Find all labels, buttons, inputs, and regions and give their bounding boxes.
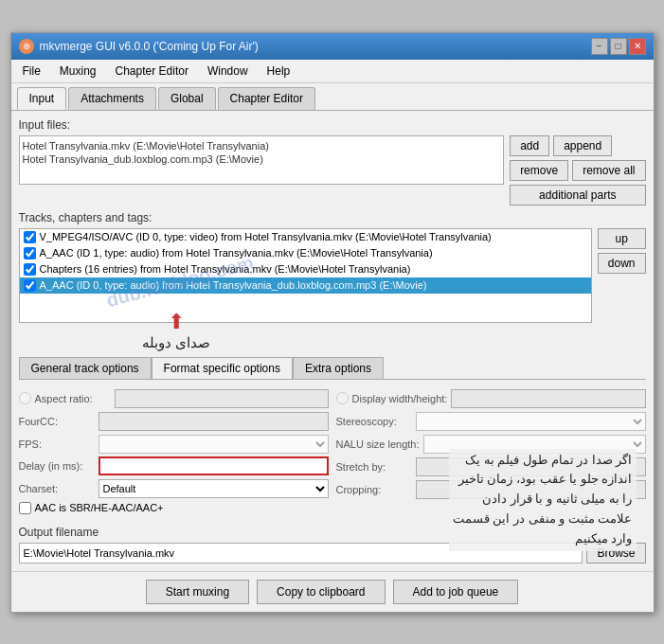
sub-tab-extra[interactable]: Extra options <box>293 357 384 379</box>
fourcc-input[interactable] <box>99 412 329 431</box>
output-label: Output filename <box>19 526 646 539</box>
track-item-1[interactable]: A_AAC (ID 1, type: audio) from Hotel Tra… <box>20 245 591 261</box>
maximize-button[interactable]: □ <box>610 38 627 55</box>
dub-label: صدای دوبله <box>142 334 210 351</box>
down-button[interactable]: down <box>598 253 646 274</box>
menu-file[interactable]: File <box>15 62 48 80</box>
input-files-box: Hotel Transylvania.mkv (E:\Movie\Hotel T… <box>19 135 505 185</box>
aspect-ratio-label: Aspect ratio: <box>35 393 111 404</box>
tab-attachments[interactable]: Attachments <box>68 87 156 110</box>
menu-muxing[interactable]: Muxing <box>52 62 104 80</box>
file-buttons: add append remove remove all additional … <box>510 135 645 206</box>
remove-button[interactable]: remove <box>510 160 568 181</box>
up-button[interactable]: up <box>598 228 646 249</box>
window-controls: − □ ✕ <box>591 38 646 55</box>
add-button[interactable]: add <box>510 135 549 156</box>
aspect-ratio-input[interactable] <box>115 389 329 408</box>
cropping-row: Cropping: <box>336 480 646 499</box>
track-check-0[interactable] <box>24 231 36 243</box>
track-check-1[interactable] <box>24 247 36 259</box>
track-item-2[interactable]: Chapters (16 entries) from Hotel Transyl… <box>20 261 591 277</box>
right-options: Display width/height: Stereoscopy: NALU … <box>336 389 646 514</box>
charset-select[interactable]: Default <box>99 479 329 498</box>
app-icon: ⊕ <box>19 39 34 54</box>
fps-label: FPS: <box>19 438 95 450</box>
menu-bar: File Muxing Chapter Editor Window Help <box>11 60 654 83</box>
stretch-input[interactable] <box>416 457 646 476</box>
options-grid: Aspect ratio: FourCC: FPS: Delay (i <box>19 385 646 518</box>
sub-tab-general[interactable]: General track options <box>19 357 152 379</box>
aspect-ratio-row: Aspect ratio: <box>19 389 329 408</box>
start-muxing-button[interactable]: Start muxing <box>146 580 249 604</box>
browse-button[interactable]: Browse <box>586 543 645 564</box>
track-label-3: A_AAC (ID 0, type: audio) from Hotel Tra… <box>40 279 427 291</box>
left-options: Aspect ratio: FourCC: FPS: Delay (i <box>19 389 329 514</box>
track-item-3[interactable]: A_AAC (ID 0, type: audio) from Hotel Tra… <box>20 277 591 294</box>
sub-tab-format[interactable]: Format specific options <box>152 357 293 379</box>
menu-window[interactable]: Window <box>200 62 256 80</box>
track-label-2: Chapters (16 entries) from Hotel Transyl… <box>40 263 411 275</box>
aac-checkbox-row: AAC is SBR/HE-AAC/AAC+ <box>19 502 329 514</box>
track-label-0: V_MPEG4/ISO/AVC (ID 0, type: video) from… <box>40 231 492 242</box>
additional-parts-button[interactable]: additional parts <box>510 185 645 206</box>
stereoscopy-select[interactable] <box>416 412 646 431</box>
copy-clipboard-button[interactable]: Copy to clipboard <box>257 580 385 604</box>
bottom-buttons: Start muxing Copy to clipboard Add to jo… <box>11 571 654 612</box>
close-button[interactable]: ✕ <box>629 38 646 55</box>
track-check-3[interactable] <box>24 279 36 292</box>
nalu-select[interactable] <box>423 435 646 454</box>
display-wh-input[interactable] <box>451 389 645 408</box>
cropping-input[interactable] <box>416 480 646 499</box>
fps-row: FPS: <box>19 435 329 454</box>
tracks-row: V_MPEG4/ISO/AVC (ID 0, type: video) from… <box>19 228 646 323</box>
stretch-label: Stretch by: <box>336 461 412 473</box>
file-item-1[interactable]: Hotel Transylvania.mkv (E:\Movie\Hotel T… <box>23 139 501 152</box>
title-bar: ⊕ mkvmerge GUI v6.0.0 ('Coming Up For Ai… <box>11 33 654 60</box>
charset-label: Charset: <box>19 483 95 494</box>
delay-input[interactable] <box>99 456 329 475</box>
tab-input[interactable]: Input <box>17 87 67 110</box>
main-content: Input files: Hotel Transylvania.mkv (E:\… <box>11 111 654 571</box>
display-wh-row: Display width/height: <box>336 389 646 408</box>
display-wh-label: Display width/height: <box>352 393 448 404</box>
stereoscopy-label: Stereoscopy: <box>336 416 412 427</box>
track-nav-buttons: up down <box>598 228 646 274</box>
delay-label: Delay (in ms): <box>19 460 95 472</box>
tab-chapter-editor[interactable]: Chapter Editor <box>218 87 315 110</box>
tracks-label: Tracks, chapters and tags: <box>19 211 646 224</box>
delay-row: Delay (in ms): <box>19 456 329 475</box>
charset-row: Charset: Default <box>19 479 329 498</box>
input-files-area: Hotel Transylvania.mkv (E:\Movie\Hotel T… <box>19 135 505 185</box>
remove-all-button[interactable]: remove all <box>572 160 645 181</box>
tab-global[interactable]: Global <box>158 87 216 110</box>
aac-checkbox[interactable] <box>19 502 31 514</box>
title-bar-left: ⊕ mkvmerge GUI v6.0.0 ('Coming Up For Ai… <box>19 39 259 54</box>
output-input[interactable] <box>19 543 583 564</box>
window-title: mkvmerge GUI v6.0.0 ('Coming Up For Air'… <box>40 40 259 53</box>
track-check-2[interactable] <box>24 263 36 276</box>
tracks-area: V_MPEG4/ISO/AVC (ID 0, type: video) from… <box>19 228 592 323</box>
menu-chapter-editor[interactable]: Chapter Editor <box>108 62 196 80</box>
menu-help[interactable]: Help <box>260 62 298 80</box>
main-tab-bar: Input Attachments Global Chapter Editor <box>11 83 654 111</box>
cropping-label: Cropping: <box>336 484 412 495</box>
nalu-label: NALU size length: <box>336 438 420 450</box>
nalu-row: NALU size length: <box>336 435 646 454</box>
track-label-1: A_AAC (ID 1, type: audio) from Hotel Tra… <box>40 247 433 259</box>
sub-tab-bar: General track options Format specific op… <box>19 357 646 380</box>
track-item-0[interactable]: V_MPEG4/ISO/AVC (ID 0, type: video) from… <box>20 229 591 245</box>
fps-select[interactable] <box>99 435 329 454</box>
main-window: ⊕ mkvmerge GUI v6.0.0 ('Coming Up For Ai… <box>10 32 655 613</box>
aspect-ratio-radio[interactable] <box>19 392 31 404</box>
file-item-2[interactable]: Hotel Transylvania_dub.loxblog.com.mp3 (… <box>23 152 501 166</box>
add-queue-button[interactable]: Add to job queue <box>393 580 519 604</box>
stereoscopy-row: Stereoscopy: <box>336 412 646 431</box>
display-wh-radio[interactable] <box>336 392 349 404</box>
input-files-row: Hotel Transylvania.mkv (E:\Movie\Hotel T… <box>19 135 646 206</box>
append-button[interactable]: append <box>553 135 612 156</box>
input-files-label: Input files: <box>19 118 646 132</box>
fourcc-label: FourCC: <box>19 416 95 427</box>
minimize-button[interactable]: − <box>591 38 608 55</box>
tracks-box: V_MPEG4/ISO/AVC (ID 0, type: video) from… <box>19 228 592 323</box>
output-section: Output filename Browse <box>19 526 646 564</box>
